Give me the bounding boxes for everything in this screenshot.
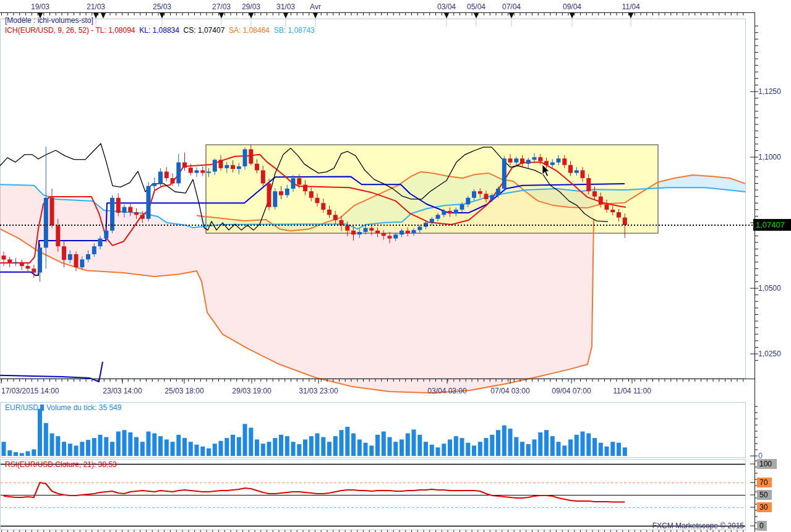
candle-body (466, 198, 470, 205)
candle-body (213, 160, 217, 171)
date-marker-icon (93, 13, 98, 19)
volume-bars-layer[interactable] (2, 409, 627, 456)
candle-body (195, 170, 199, 173)
volume-bar (586, 434, 591, 457)
candle-body (412, 230, 416, 233)
volume-bar (526, 444, 531, 456)
volume-bar (80, 442, 84, 456)
candle-body (442, 211, 446, 215)
candle-body (32, 268, 36, 272)
volume-bar (454, 436, 458, 456)
rsi-level-label: 30 (759, 503, 768, 512)
candle-body (617, 212, 621, 218)
ichimoku-value-segment: SA: 1,08464 (229, 26, 274, 35)
candle-body (315, 198, 320, 204)
bottom-axis-date-label: 23/03 14:00 (103, 387, 142, 395)
bottom-axis-date-label: 03/04 03:00 (427, 387, 467, 395)
candle-body (550, 163, 555, 165)
volume-bar (568, 439, 573, 456)
candle-body (592, 191, 597, 197)
volume-bar (321, 437, 325, 456)
volume-bar (44, 423, 48, 456)
bottom-axis-date-label: 07/04 03:00 (490, 387, 530, 395)
volume-bar (128, 432, 132, 456)
top-axis-date-label: 03/04 (437, 2, 456, 11)
date-marker-icon (628, 13, 633, 19)
candle-body (297, 178, 301, 185)
top-axis-date-label: 05/04 (467, 2, 485, 11)
candle-body (243, 149, 247, 166)
candle-body (406, 231, 410, 233)
volume-bar (147, 432, 151, 457)
chart-canvas[interactable]: 19/0321/0325/0327/0329/0331/03Avr03/0405… (0, 0, 791, 532)
volume-bar (50, 434, 54, 457)
volume-bar (116, 432, 121, 457)
candle-body (532, 157, 537, 160)
candle-body (273, 191, 277, 207)
candle-body (182, 163, 187, 168)
volume-bar (400, 439, 404, 456)
volume-bar (514, 437, 518, 456)
rsi-level-label: 100 (759, 460, 772, 468)
ichimoku-value-segment: ICH(EUR/USD, 9, 26, 52) - (5, 26, 95, 35)
candle-body (249, 149, 253, 163)
candle-body (224, 165, 229, 168)
top-axis-date-label: Avr (310, 2, 321, 11)
volume-bar (56, 436, 60, 456)
date-marker-icon (219, 13, 224, 19)
candle-body (430, 219, 434, 223)
date-marker-icon (160, 13, 165, 19)
volume-bar (267, 442, 272, 456)
candle-body (207, 171, 211, 173)
volume-bar (592, 438, 597, 456)
candle-body (176, 163, 181, 184)
candle-body (472, 191, 476, 198)
candle-body (291, 178, 296, 189)
volume-bar (581, 432, 585, 457)
bottom-axis-date-label: 31/03 23:00 (299, 387, 338, 395)
current-price-value: 1,07407 (756, 220, 785, 230)
volume-bar (261, 444, 265, 456)
ichimoku-value-segment: CS: 1,07407 (184, 26, 229, 35)
volume-bar (562, 445, 567, 456)
volume-bar (496, 430, 500, 456)
candle-body (369, 228, 374, 231)
candle-body (568, 165, 573, 173)
candle-icon (40, 405, 44, 411)
volume-bar (484, 438, 489, 456)
top-axis-date-label: 25/03 (153, 2, 171, 11)
volume-bar (412, 429, 416, 456)
candle-body (165, 171, 169, 178)
candle-body (104, 231, 108, 239)
candle-body (581, 170, 585, 178)
top-axis-date-label: 11/04 (622, 2, 639, 11)
candle-body (605, 204, 609, 210)
bottom-axis-date-label: 11/04 11:00 (613, 387, 651, 395)
volume-bar (134, 437, 139, 456)
candle-body (7, 259, 12, 263)
candle-body (400, 231, 404, 234)
candle-body (2, 255, 6, 259)
volume-bar (327, 442, 331, 456)
volume-bar (345, 427, 349, 456)
volume-bar (38, 409, 42, 456)
volume-bar (219, 441, 223, 456)
volume-bar (610, 442, 615, 456)
volume-bar (375, 435, 380, 456)
candle-body (357, 232, 362, 234)
candle-body (508, 158, 513, 162)
candle-body (599, 197, 603, 205)
date-marker-icon (570, 13, 575, 19)
date-marker-icon (101, 13, 106, 19)
candle-body (364, 228, 368, 232)
date-marker-icon (474, 13, 479, 19)
volume-bar (382, 432, 386, 457)
candle-body (20, 262, 24, 266)
volume-bar (340, 430, 344, 456)
date-marker-icon (249, 13, 254, 19)
candle-body (351, 231, 356, 234)
volume-bar (165, 439, 169, 456)
volume-bar (14, 452, 18, 456)
candle-body (219, 160, 223, 168)
candle-body (237, 166, 241, 169)
